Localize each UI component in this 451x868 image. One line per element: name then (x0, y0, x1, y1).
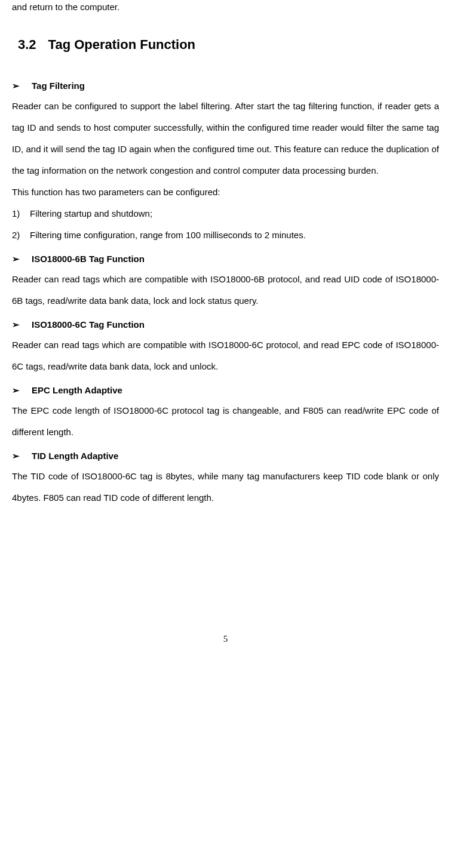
paragraph-text: Reader can read tags which are compatibl… (12, 334, 439, 377)
bullet-icon: ➢ (12, 385, 20, 395)
bullet-icon: ➢ (12, 254, 20, 264)
subsection-heading: ➢ISO18000-6B Tag Function (12, 249, 439, 269)
subsection-epc-length: ➢EPC Length Adaptive The EPC code length… (12, 380, 439, 443)
subsection-tag-filtering: ➢Tag Filtering Reader can be configured … (12, 76, 439, 246)
paragraph-text: Reader can be configured to support the … (12, 96, 439, 181)
continuation-text: and return to the computer. (12, 0, 439, 14)
list-number: 1) (12, 203, 30, 224)
subsection-iso-6b: ➢ISO18000-6B Tag Function Reader can rea… (12, 249, 439, 312)
page-number: 5 (12, 628, 439, 650)
list-item: 1)Filtering startup and shutdown; (12, 203, 439, 224)
subsection-heading: ➢TID Length Adaptive (12, 446, 439, 466)
paragraph-text: This function has two parameters can be … (12, 181, 439, 203)
paragraph-text: The EPC code length of ISO18000-6C proto… (12, 400, 439, 443)
bullet-icon: ➢ (12, 81, 20, 91)
list-item: 2)Filtering time configuration, range fr… (12, 224, 439, 246)
subsection-heading: ➢EPC Length Adaptive (12, 380, 439, 400)
subsection-title: EPC Length Adaptive (32, 385, 122, 395)
subsection-title: ISO18000-6B Tag Function (32, 254, 145, 264)
paragraph-text: Reader can read tags which are compatibl… (12, 269, 439, 312)
subsection-title: Tag Filtering (32, 81, 85, 91)
subsection-heading: ➢ISO18000-6C Tag Function (12, 315, 439, 334)
bullet-icon: ➢ (12, 319, 20, 330)
paragraph-text: The TID code of ISO18000-6C tag is 8byte… (12, 466, 439, 509)
subsection-tid-length: ➢TID Length Adaptive The TID code of ISO… (12, 446, 439, 509)
numbered-list: 1)Filtering startup and shutdown; 2)Filt… (12, 203, 439, 246)
section-heading: 3.2Tag Operation Function (12, 29, 439, 61)
list-number: 2) (12, 224, 30, 246)
bullet-icon: ➢ (12, 451, 20, 461)
subsection-title: ISO18000-6C Tag Function (32, 319, 145, 330)
section-number: 3.2 (18, 37, 36, 52)
subsection-heading: ➢Tag Filtering (12, 76, 439, 96)
list-text: Filtering time configuration, range from… (30, 230, 306, 240)
subsection-iso-6c: ➢ISO18000-6C Tag Function Reader can rea… (12, 315, 439, 377)
list-text: Filtering startup and shutdown; (30, 208, 152, 218)
section-title: Tag Operation Function (48, 37, 195, 52)
subsection-title: TID Length Adaptive (32, 451, 118, 461)
